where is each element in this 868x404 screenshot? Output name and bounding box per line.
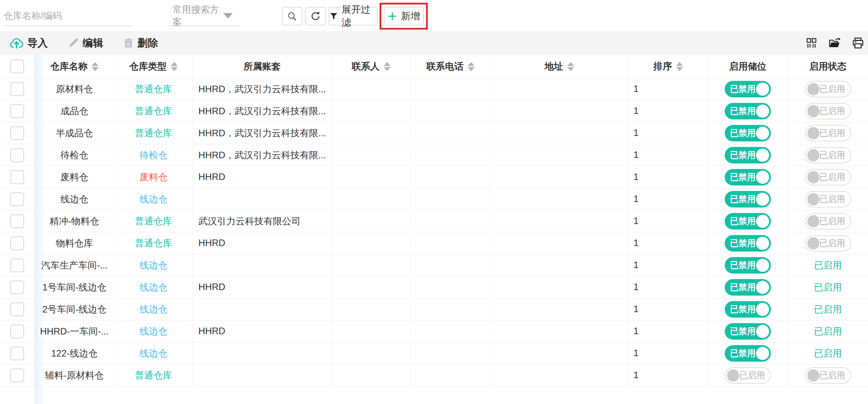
import-button[interactable]: 导入 bbox=[9, 36, 48, 50]
toggle-knob bbox=[756, 281, 769, 294]
toggle-switch-off[interactable]: 已启用 bbox=[725, 367, 771, 384]
row-checkbox[interactable] bbox=[10, 258, 24, 272]
toggle-switch-on[interactable]: 已禁用 bbox=[725, 169, 771, 185]
cell-sort: 1 bbox=[629, 342, 708, 364]
cell-contact bbox=[332, 100, 411, 122]
toolbar: 导入 编辑 删除 bbox=[0, 31, 868, 55]
warehouse-search-input[interactable] bbox=[3, 6, 133, 26]
search-button[interactable] bbox=[282, 7, 302, 25]
row-checkbox-cell bbox=[0, 188, 35, 210]
column-settings-button[interactable] bbox=[805, 37, 818, 49]
cell-contact bbox=[332, 166, 411, 188]
add-button[interactable]: 新增 bbox=[384, 7, 424, 25]
table-row: 待检仓 待检仓 HHRD，武汉引力云科技有限... 1 已禁用 已启用 bbox=[0, 144, 868, 166]
sort-arrows-icon[interactable] bbox=[468, 62, 475, 71]
toggle-switch-on[interactable]: 已禁用 bbox=[725, 345, 771, 362]
chevron-down-icon bbox=[223, 13, 233, 19]
row-checkbox[interactable] bbox=[10, 325, 24, 338]
toggle-switch-on[interactable]: 已禁用 bbox=[725, 235, 771, 252]
cell-status: 已启用 bbox=[788, 144, 868, 166]
cell-name: 1号车间-线边仓 bbox=[35, 276, 114, 298]
cell-sort: 1 bbox=[629, 320, 708, 342]
header-sort[interactable]: 排序 bbox=[629, 55, 708, 78]
toggle-switch-on[interactable]: 已禁用 bbox=[725, 323, 771, 340]
row-checkbox[interactable] bbox=[10, 347, 24, 360]
row-checkbox[interactable] bbox=[10, 82, 24, 96]
cell-storage: 已禁用 bbox=[708, 188, 788, 210]
toggle-switch-on[interactable]: 已禁用 bbox=[725, 279, 771, 296]
row-checkbox-cell bbox=[0, 210, 35, 232]
cell-sort: 1 bbox=[629, 298, 708, 320]
export-button[interactable] bbox=[828, 37, 841, 49]
cell-status: 已启用 bbox=[788, 320, 868, 342]
edit-button[interactable]: 编辑 bbox=[67, 36, 103, 50]
toggle-switch-off[interactable]: 已启用 bbox=[805, 367, 851, 384]
toggle-switch-on[interactable]: 已禁用 bbox=[725, 213, 771, 230]
cell-name: HHRD-一车间-... bbox=[35, 320, 114, 342]
header-phone[interactable]: 联系电话 bbox=[411, 55, 490, 78]
toggle-knob bbox=[756, 83, 769, 96]
header-name[interactable]: 仓库名称 bbox=[35, 55, 114, 78]
toggle-switch-on[interactable]: 已禁用 bbox=[725, 301, 771, 318]
toggle-switch-off[interactable]: 已启用 bbox=[805, 147, 851, 163]
cell-contact bbox=[332, 276, 411, 298]
row-checkbox[interactable] bbox=[10, 214, 24, 228]
delete-button[interactable]: 删除 bbox=[123, 36, 158, 50]
cell-account bbox=[193, 364, 332, 386]
table-row: 精冲-物料仓 普通仓库 武汉引力云科技有限公司 1 已禁用 已启用 bbox=[0, 210, 868, 232]
toggle-label: 已禁用 bbox=[730, 149, 756, 161]
header-contact[interactable]: 联系人 bbox=[332, 55, 411, 78]
row-checkbox[interactable] bbox=[10, 236, 24, 250]
search-scheme-select[interactable]: 常用搜索方案 bbox=[168, 6, 242, 26]
cell-sort: 1 bbox=[629, 254, 708, 276]
sort-arrows-icon[interactable] bbox=[567, 62, 574, 71]
row-checkbox[interactable] bbox=[10, 126, 24, 140]
warehouse-table: 仓库名称 仓库类型 所属账套 联系人 联系电话 地址 排序 启用储位 bbox=[0, 55, 868, 386]
row-checkbox[interactable] bbox=[10, 369, 24, 382]
row-checkbox-cell bbox=[0, 122, 35, 144]
select-all-checkbox[interactable] bbox=[10, 60, 24, 73]
sort-arrows-icon[interactable] bbox=[171, 62, 178, 71]
sort-arrows-icon[interactable] bbox=[384, 62, 391, 71]
cell-contact bbox=[332, 254, 411, 276]
sort-arrows-icon[interactable] bbox=[676, 62, 683, 71]
toggle-knob bbox=[807, 127, 819, 139]
toggle-switch-on[interactable]: 已禁用 bbox=[725, 81, 771, 97]
cell-name: 2号车间-线边仓 bbox=[35, 298, 114, 320]
status-enabled-text: 已启用 bbox=[814, 259, 842, 272]
toggle-switch-off[interactable]: 已启用 bbox=[805, 81, 851, 97]
toggle-switch-off[interactable]: 已启用 bbox=[805, 125, 851, 141]
sort-arrows-icon[interactable] bbox=[92, 62, 99, 71]
toggle-label: 已禁用 bbox=[730, 237, 756, 249]
toggle-label: 已禁用 bbox=[730, 105, 756, 117]
cell-storage: 已禁用 bbox=[708, 166, 788, 188]
toggle-switch-on[interactable]: 已禁用 bbox=[725, 191, 771, 208]
toggle-switch-off[interactable]: 已启用 bbox=[805, 235, 851, 252]
header-address[interactable]: 地址 bbox=[490, 55, 629, 78]
toggle-label: 已启用 bbox=[819, 193, 845, 205]
header-label: 启用储位 bbox=[729, 60, 766, 73]
row-checkbox[interactable] bbox=[10, 302, 24, 316]
row-checkbox[interactable] bbox=[10, 280, 24, 294]
toggle-switch-on[interactable]: 已禁用 bbox=[725, 103, 771, 119]
cell-contact bbox=[332, 342, 411, 364]
row-checkbox[interactable] bbox=[10, 104, 24, 118]
row-checkbox[interactable] bbox=[10, 148, 24, 162]
header-type[interactable]: 仓库类型 bbox=[114, 55, 193, 78]
row-checkbox[interactable] bbox=[10, 192, 24, 206]
cell-type: 普通仓库 bbox=[114, 210, 193, 232]
toggle-switch-on[interactable]: 已禁用 bbox=[725, 125, 771, 141]
toggle-switch-off[interactable]: 已启用 bbox=[805, 191, 851, 208]
refresh-button[interactable] bbox=[305, 7, 326, 25]
row-checkbox[interactable] bbox=[10, 170, 24, 184]
toggle-switch-on[interactable]: 已禁用 bbox=[725, 257, 771, 274]
toggle-switch-on[interactable]: 已禁用 bbox=[725, 147, 771, 163]
toggle-label: 已启用 bbox=[819, 105, 845, 117]
print-button[interactable] bbox=[851, 37, 865, 49]
expand-filter-button[interactable]: 展开过滤 bbox=[329, 7, 378, 25]
toggle-switch-off[interactable]: 已启用 bbox=[805, 213, 851, 230]
toggle-switch-off[interactable]: 已启用 bbox=[805, 103, 851, 119]
toggle-label: 已禁用 bbox=[730, 127, 756, 139]
toggle-switch-off[interactable]: 已启用 bbox=[805, 169, 851, 185]
cell-type: 普通仓库 bbox=[114, 78, 193, 100]
